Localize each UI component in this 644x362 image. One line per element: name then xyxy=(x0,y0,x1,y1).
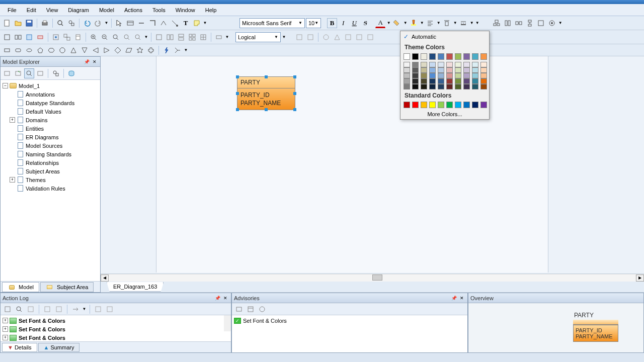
layout-1[interactable] xyxy=(154,32,164,42)
color-swatch[interactable] xyxy=(455,62,461,67)
resize-handle-w[interactable] xyxy=(236,92,239,95)
pin-icon[interactable]: 📌 xyxy=(214,295,221,302)
color-swatch[interactable] xyxy=(472,67,478,73)
color-swatch[interactable] xyxy=(472,102,478,108)
color-swatch[interactable] xyxy=(421,53,427,60)
shapes-overflow[interactable]: ▼ xyxy=(184,48,188,52)
close-icon[interactable]: ✕ xyxy=(91,58,98,65)
me-tool-3[interactable] xyxy=(24,68,34,78)
color-swatch[interactable] xyxy=(480,78,487,84)
many-relationship-tool[interactable] xyxy=(158,18,169,28)
action-log-scrollbar[interactable] xyxy=(224,315,231,331)
color-swatch[interactable] xyxy=(438,78,444,84)
menu-model[interactable]: Model xyxy=(94,6,119,15)
tree-item-model-sources[interactable]: Model Sources xyxy=(1,141,100,150)
bold-button[interactable]: B xyxy=(327,18,337,28)
pin-icon[interactable]: 📌 xyxy=(83,58,90,65)
annotation-tool[interactable] xyxy=(192,18,202,28)
arrange-2[interactable] xyxy=(503,18,513,28)
color-swatch[interactable] xyxy=(455,67,461,73)
al-tool-1[interactable] xyxy=(3,304,13,314)
strikethrough-button[interactable]: S xyxy=(360,18,370,28)
color-swatch[interactable] xyxy=(463,73,470,78)
close-icon[interactable]: ✕ xyxy=(222,295,229,302)
action-log-list[interactable]: +Set Font & Colors+Set Font & Colors+Set… xyxy=(1,315,231,341)
arrange-6[interactable] xyxy=(547,18,557,28)
shape-triangle-right[interactable] xyxy=(102,45,112,55)
zoom-dropdown[interactable]: ▼ xyxy=(144,35,148,39)
layout-5[interactable] xyxy=(198,32,208,42)
font-color-dropdown[interactable]: ▼ xyxy=(386,21,391,25)
tb2-misc-6[interactable] xyxy=(354,32,364,42)
color-swatch[interactable] xyxy=(429,84,436,89)
tree-item-themes[interactable]: +Themes xyxy=(1,175,100,184)
al-tool-2[interactable] xyxy=(14,304,24,314)
zoom-select-button[interactable] xyxy=(133,32,143,42)
undo-button[interactable] xyxy=(82,18,92,28)
print-button[interactable] xyxy=(40,18,50,28)
al-tool-5[interactable] xyxy=(54,304,64,314)
tb2-misc-2[interactable] xyxy=(305,32,315,42)
color-swatch[interactable] xyxy=(404,53,410,60)
color-swatch[interactable] xyxy=(429,53,436,60)
pin-icon[interactable]: 📌 xyxy=(450,295,457,302)
overflow-dropdown[interactable]: ▼ xyxy=(475,21,479,25)
resize-handle-ne[interactable] xyxy=(293,75,296,78)
select-tool[interactable] xyxy=(114,18,124,28)
color-swatch[interactable] xyxy=(404,73,410,78)
tb2-misc-4[interactable] xyxy=(332,32,342,42)
menu-edit[interactable]: Edit xyxy=(22,6,41,15)
color-swatch[interactable] xyxy=(463,53,470,60)
color-swatch[interactable] xyxy=(463,84,470,89)
shape-triangle-up[interactable] xyxy=(68,45,78,55)
more-colors-button[interactable]: More Colors... xyxy=(400,109,489,119)
tree-item-default-values[interactable]: Default Values xyxy=(1,107,100,116)
color-swatch[interactable] xyxy=(446,78,453,84)
save-button[interactable] xyxy=(24,18,34,28)
resize-handle-n[interactable] xyxy=(265,75,268,78)
zoom-fit-button[interactable] xyxy=(111,32,121,42)
color-swatch[interactable] xyxy=(412,67,419,73)
scroll-left-icon[interactable]: ◀ xyxy=(101,275,109,282)
color-swatch[interactable] xyxy=(404,78,410,84)
me-tool-6[interactable] xyxy=(66,68,76,78)
tb2-misc-7[interactable] xyxy=(365,32,375,42)
color-swatch[interactable] xyxy=(421,67,427,73)
color-swatch[interactable] xyxy=(404,62,410,67)
color-swatch[interactable] xyxy=(412,102,419,108)
find-button[interactable] xyxy=(55,18,65,28)
shape-cross[interactable] xyxy=(146,45,156,55)
advisory-row[interactable]: ✓ Set Font & Colors xyxy=(233,316,466,325)
color-swatch[interactable] xyxy=(421,62,427,67)
color-swatch[interactable] xyxy=(472,73,478,78)
resize-handle-s[interactable] xyxy=(265,108,268,111)
layout-6[interactable] xyxy=(214,32,224,42)
annotation-dropdown[interactable]: ▼ xyxy=(203,21,207,25)
color-swatch[interactable] xyxy=(438,53,444,60)
fill-color-dropdown[interactable]: ▼ xyxy=(403,21,408,25)
color-swatch[interactable] xyxy=(404,102,410,108)
layout-4[interactable] xyxy=(187,32,197,42)
tree-root[interactable]: − Model_1 xyxy=(1,81,100,90)
entity-tool[interactable] xyxy=(125,18,135,28)
color-swatch[interactable] xyxy=(429,67,436,73)
menu-view[interactable]: View xyxy=(41,6,63,15)
tb2-6[interactable] xyxy=(62,32,72,42)
shape-triangle-down[interactable] xyxy=(79,45,90,55)
color-swatch[interactable] xyxy=(421,73,427,78)
shape-triangle-left[interactable] xyxy=(91,45,101,55)
color-swatch[interactable] xyxy=(472,53,478,60)
menu-window[interactable]: Window xyxy=(171,6,200,15)
shape-hexagon[interactable] xyxy=(46,45,56,55)
font-name-select[interactable]: Microsoft Sans Serif ▼ xyxy=(239,18,305,28)
color-swatch[interactable] xyxy=(412,62,419,67)
me-tool-1[interactable] xyxy=(2,68,12,78)
open-button[interactable] xyxy=(13,18,23,28)
tree-item-naming-standards[interactable]: Naming Standards xyxy=(1,150,100,158)
color-swatch[interactable] xyxy=(438,84,444,89)
highlight-color-button[interactable] xyxy=(409,18,419,28)
color-swatch[interactable] xyxy=(412,53,419,60)
color-swatch[interactable] xyxy=(421,102,427,108)
color-swatch[interactable] xyxy=(480,73,487,78)
color-swatch[interactable] xyxy=(429,78,436,84)
